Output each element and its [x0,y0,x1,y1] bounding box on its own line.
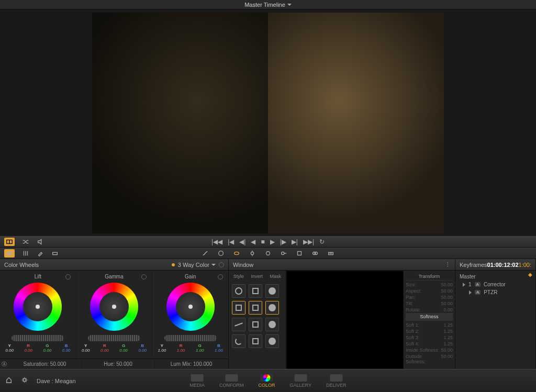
keyframe-track[interactable]: 1ACorrector [460,281,531,288]
g-value[interactable]: 0.00 [43,348,52,353]
play-button[interactable]: ▶ [270,238,275,245]
keyframe-track[interactable]: Master [460,273,531,281]
reset-wheel-button[interactable] [65,274,71,279]
shuffle-icon[interactable] [22,238,29,245]
key-icon[interactable] [280,250,287,257]
page-tab-conform[interactable]: CONFORM [219,374,244,388]
window-curve-button[interactable] [232,334,245,348]
page-tab-color[interactable]: COLOR [259,374,275,388]
camera-raw-button[interactable] [4,249,15,257]
property-row[interactable]: Soft 4:1.25 [406,341,453,347]
keyframe-track[interactable]: APTZR [460,288,531,296]
window-circle-button[interactable] [232,284,245,298]
window-curve-mask[interactable] [265,334,279,348]
expand-track-icon[interactable] [463,283,465,287]
jog-wheel[interactable] [88,335,140,341]
video-frame[interactable] [92,13,444,233]
playhead-marker-icon[interactable]: ◆ [528,272,532,277]
window-line-invert[interactable] [249,318,262,331]
window-circle-invert[interactable] [249,284,262,298]
reset-wheel-button[interactable] [218,274,223,279]
g-value[interactable]: 1.00 [196,348,204,353]
step-back-button[interactable]: ◀| [239,238,245,245]
next-clip-button[interactable]: ▶| [292,238,298,245]
stereo-icon[interactable] [311,250,319,257]
property-row[interactable]: Inside Softness:50.00 [406,347,453,353]
y-value[interactable]: 0.00 [5,348,14,353]
property-row[interactable]: Size:50.00 [406,282,453,288]
b-value[interactable]: 1.00 [215,348,223,353]
loop-button[interactable]: ↻ [319,238,325,245]
property-row[interactable]: Soft 1:1.25 [406,322,453,328]
property-row[interactable]: Pan:50.00 [406,294,453,300]
wheel-handle[interactable] [36,305,40,309]
window-options-icon[interactable]: ⋮ [445,261,451,268]
timeline-dropdown[interactable]: Master Timeline [244,2,292,8]
data-burn-icon[interactable] [327,250,334,257]
window-preview[interactable] [286,271,404,369]
tracker-icon[interactable] [249,250,256,257]
property-row[interactable]: Tilt:50.00 [406,300,453,307]
sliders-icon[interactable] [22,250,29,257]
hue-field[interactable]: Hue: 50.000 [82,361,155,367]
reset-wheel-button[interactable] [141,274,147,279]
keyframes-timecode[interactable]: 01:00:12:02 [487,262,519,268]
jog-wheel[interactable] [12,335,64,341]
svg-point-9 [251,252,253,254]
color-picker-icon[interactable] [37,250,44,257]
page-label: DELIVER [326,383,347,388]
expand-track-icon[interactable] [469,290,472,295]
saturation-field[interactable]: Saturation: 50.000 [8,361,82,367]
y-value[interactable]: 0.00 [82,348,90,353]
window-curve-invert[interactable] [249,334,262,348]
page-tab-deliver[interactable]: DELIVER [326,374,347,388]
wheel-handle[interactable] [112,305,116,309]
clip-icon[interactable] [51,250,59,257]
track-label: Corrector [484,282,506,287]
r-value[interactable]: 0.00 [100,348,109,353]
r-value[interactable]: 0.00 [24,348,32,353]
settings-gear-icon[interactable] [21,376,28,385]
property-row[interactable]: Soft 2:1.25 [406,328,453,334]
b-value[interactable]: 0.00 [62,348,71,353]
y-value[interactable]: 1.00 [158,348,166,353]
sizing-icon[interactable] [296,250,303,257]
speaker-icon[interactable] [37,238,44,245]
color-wheel-gain[interactable] [166,283,215,331]
stop-button[interactable]: ■ [261,238,264,245]
property-row[interactable]: Rotate:0.00 [406,307,453,313]
curves-icon[interactable] [202,250,209,257]
color-wheel-lift[interactable] [14,283,62,331]
b-value[interactable]: 0.00 [138,348,147,353]
window-line-button[interactable] [232,318,245,331]
home-icon[interactable] [5,376,13,385]
window-palette-icon[interactable] [233,250,240,257]
jog-wheel[interactable] [164,335,217,341]
auto-balance-button[interactable]: Ⓐ [0,361,8,368]
first-frame-button[interactable]: |◀◀ [211,238,222,245]
window-rect-invert[interactable] [249,301,262,315]
page-tab-media[interactable]: MEDIA [190,374,205,388]
prev-clip-button[interactable]: |◀ [228,238,234,245]
r-value[interactable]: 1.00 [177,348,185,353]
property-row[interactable]: Outside Softness:50.00 [406,353,453,365]
reverse-play-button[interactable]: ◀ [251,238,255,245]
blur-icon[interactable] [264,250,272,257]
qualifier-icon[interactable] [217,250,225,257]
window-rect-mask[interactable] [265,301,279,315]
property-row[interactable]: Soft 3:1.25 [406,334,453,341]
page-tab-gallery[interactable]: GALLERY [290,374,311,388]
lummix-field[interactable]: Lum Mix: 100.000 [155,361,228,367]
window-line-mask[interactable] [265,318,279,331]
property-row[interactable]: Aspect:50.00 [406,288,453,294]
wheel-mode-dropdown[interactable]: 3 Way Color [178,262,216,268]
window-circle-mask[interactable] [265,284,279,298]
g-value[interactable]: 0.00 [119,348,128,353]
window-rect-button[interactable] [232,301,245,315]
wheel-handle[interactable] [188,305,193,309]
color-wheel-gamma[interactable] [90,283,138,331]
wipe-mode-button[interactable] [4,238,15,246]
reset-all-button[interactable] [219,262,224,267]
step-fwd-button[interactable]: |▶ [280,238,286,245]
last-frame-button[interactable]: ▶▶| [303,238,314,245]
